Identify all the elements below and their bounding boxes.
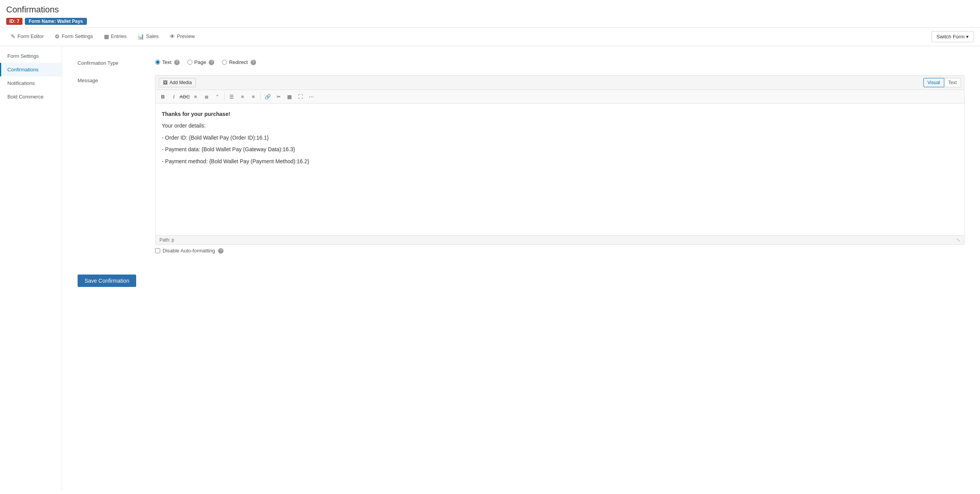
align-right-button[interactable]: ≡ <box>248 92 258 102</box>
sidebar-item-form-settings[interactable]: Form Settings <box>0 49 62 63</box>
editor-view-tabs: Visual Text <box>923 78 961 87</box>
text-help-icon: ? <box>174 60 180 65</box>
unlink-button[interactable]: ✂ <box>274 92 284 102</box>
editor-formatting-toolbar: B I ABC ≡ ≣ " ☰ ≡ ≡ 🔗 ✂ ▦ ⛶ <box>156 90 964 104</box>
sidebar-item-confirmations[interactable]: Confirmations <box>0 63 62 76</box>
editor-container: 🖼 Add Media Visual Text B I ABC ≡ <box>155 75 964 245</box>
chevron-down-icon: ▾ <box>966 34 969 40</box>
editor-path-label: Path: p <box>159 237 174 243</box>
editor-toolbar-top: 🖼 Add Media Visual Text <box>156 76 964 90</box>
confirmation-type-row: Confirmation Type Text ? Page ? <box>78 58 964 66</box>
confirmation-type-radio-group: Text ? Page ? Redirect ? <box>155 58 964 65</box>
toolbar-separator-2 <box>260 93 261 100</box>
main-content: Confirmation Type Text ? Page ? <box>62 46 980 490</box>
nav-sales[interactable]: 📊 Sales <box>133 28 163 46</box>
page-help-icon: ? <box>209 60 214 65</box>
editor-path-bar: Path: p ⤡ <box>156 235 964 244</box>
message-field: 🖼 Add Media Visual Text B I ABC ≡ <box>155 75 964 254</box>
page-title: Confirmations <box>6 5 974 15</box>
radio-page-option[interactable]: Page ? <box>187 59 214 65</box>
radio-redirect-option[interactable]: Redirect ? <box>222 59 256 65</box>
toolbar-separator-1 <box>224 93 225 100</box>
radio-redirect-input[interactable] <box>222 60 227 65</box>
insert-link-button[interactable]: 🔗 <box>263 92 273 102</box>
editor-heading: Thanks for your purchase! <box>162 111 230 117</box>
nav-items: ✎ Form Editor ⚙ Form Settings ▦ Entries … <box>6 28 199 46</box>
editor-body[interactable]: Thanks for your purchase! Your order det… <box>156 104 964 235</box>
ordered-list-button[interactable]: ≣ <box>201 92 211 102</box>
strikethrough-button[interactable]: ABC <box>180 92 190 102</box>
italic-button[interactable]: I <box>169 92 179 102</box>
edit-icon: ✎ <box>11 33 16 40</box>
page-badges: ID: 7 Form Name: Wallet Pays <box>6 18 974 25</box>
resize-handle[interactable]: ⤡ <box>956 237 960 243</box>
save-confirmation-button[interactable]: Save Confirmation <box>78 275 136 287</box>
sidebar-item-bold-commerce[interactable]: Bold Commerce <box>0 90 62 104</box>
disable-autoformat-label[interactable]: Disable Auto-formatting <box>163 248 215 254</box>
bold-button[interactable]: B <box>158 92 168 102</box>
align-center-button[interactable]: ≡ <box>237 92 248 102</box>
editor-line2: Your order details: <box>162 121 958 130</box>
radio-text-input[interactable] <box>155 60 160 65</box>
id-badge: ID: 7 <box>6 18 23 25</box>
nav-form-settings[interactable]: ⚙ Form Settings <box>50 28 98 46</box>
tab-text[interactable]: Text <box>944 78 961 87</box>
nav-form-editor[interactable]: ✎ Form Editor <box>6 28 48 46</box>
insert-table-button[interactable]: ▦ <box>284 92 294 102</box>
entries-icon: ▦ <box>104 33 109 40</box>
nav-preview[interactable]: 👁 Preview <box>165 28 199 46</box>
preview-icon: 👁 <box>170 33 175 40</box>
more-options-button[interactable]: ⋯ <box>306 92 316 102</box>
radio-page-input[interactable] <box>187 60 192 65</box>
align-left-button[interactable]: ☰ <box>227 92 237 102</box>
editor-line5: - Payment method: {Bold Wallet Pay (Paym… <box>162 157 958 166</box>
autoformat-help-icon: ? <box>218 248 223 254</box>
blockquote-button[interactable]: " <box>212 92 222 102</box>
confirmation-type-label: Confirmation Type <box>78 58 155 66</box>
unordered-list-button[interactable]: ≡ <box>190 92 201 102</box>
editor-line3: - Order ID: {Bold Wallet Pay (Order ID):… <box>162 133 958 142</box>
message-row: Message 🖼 Add Media Visual Text <box>78 75 964 254</box>
redirect-help-icon: ? <box>251 60 256 65</box>
disable-autoformat-checkbox[interactable] <box>155 248 160 253</box>
fullscreen-button[interactable]: ⛶ <box>295 92 305 102</box>
tab-visual[interactable]: Visual <box>923 78 944 87</box>
sales-icon: 📊 <box>137 33 144 40</box>
media-icon: 🖼 <box>163 80 168 85</box>
form-name-badge: Form Name: Wallet Pays <box>25 18 87 25</box>
message-label: Message <box>78 75 155 83</box>
confirmation-type-field: Text ? Page ? Redirect ? <box>155 58 964 65</box>
layout: Form Settings Confirmations Notification… <box>0 46 980 490</box>
editor-line4: - Payment data: {Bold Wallet Pay (Gatewa… <box>162 145 958 154</box>
auto-format-row: Disable Auto-formatting ? <box>155 248 964 254</box>
gear-icon: ⚙ <box>55 33 60 40</box>
add-media-button[interactable]: 🖼 Add Media <box>159 78 196 87</box>
radio-text-option[interactable]: Text ? <box>155 59 180 65</box>
sidebar: Form Settings Confirmations Notification… <box>0 46 62 490</box>
nav-bar: ✎ Form Editor ⚙ Form Settings ▦ Entries … <box>0 28 980 46</box>
switch-form-button[interactable]: Switch Form ▾ <box>932 31 974 42</box>
sidebar-item-notifications[interactable]: Notifications <box>0 76 62 90</box>
nav-entries[interactable]: ▦ Entries <box>99 28 131 46</box>
page-header: Confirmations ID: 7 Form Name: Wallet Pa… <box>0 0 980 28</box>
